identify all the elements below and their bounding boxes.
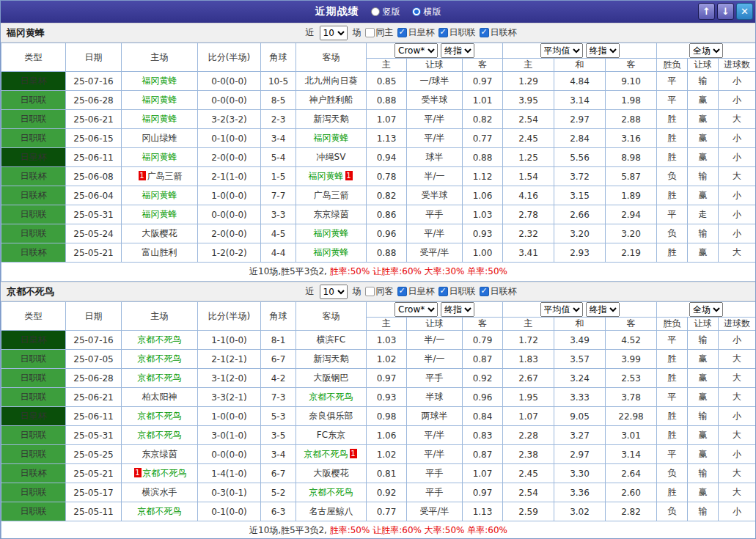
home-team-cell[interactable]: 福冈黄蜂 (122, 186, 198, 205)
cup-filter-checkbox[interactable]: 日联杯 (480, 285, 517, 298)
away-team-cell[interactable]: 神户胜利船 (296, 91, 367, 110)
cup-filter-checkbox[interactable]: 日职联 (438, 285, 476, 298)
home-team-cell[interactable]: 京都不死鸟 (122, 426, 198, 445)
away-team-cell[interactable]: 京都不死鸟1 (296, 445, 367, 464)
close-button[interactable]: ✕ (736, 3, 753, 20)
home-team: 福冈黄蜂 (142, 152, 177, 162)
away-team-cell[interactable]: 京都不死鸟 (296, 388, 367, 407)
checkbox-icon (397, 28, 407, 37)
away-team-cell[interactable]: FC东京 (296, 426, 367, 445)
away-team-cell[interactable]: 福冈黄蜂 (296, 129, 367, 148)
result-goals: 小 (719, 91, 756, 110)
away-team-cell[interactable]: 大阪钢巴 (296, 369, 367, 388)
column-header: 比分(半场) (198, 302, 261, 331)
result-goals: 小 (719, 205, 756, 224)
home-team-cell[interactable]: 富山胜利 (122, 243, 198, 263)
competition-type: 日职联 (1, 129, 66, 148)
home-team-cell[interactable]: 大阪樱花 (122, 224, 198, 243)
cup-filter-label: 日皇杯 (408, 285, 435, 298)
odds-time-select[interactable]: 终指 (441, 43, 474, 58)
summary-row: 近10场,胜5平3负2, 胜率:50% 让胜率:60% 大率:30% 单率:50… (1, 263, 756, 282)
avg-draw: 2.97 (554, 110, 606, 129)
odds-handicap: 受平/半 (407, 243, 463, 263)
away-team-cell[interactable]: 新泻天鹅 (296, 110, 367, 129)
home-team-cell[interactable]: 1京都不死鸟 (122, 464, 198, 483)
away-team-cell[interactable]: 广岛三箭 (296, 186, 367, 205)
games-count-select[interactable]: 10 (320, 26, 348, 40)
away-team-cell[interactable]: 福冈黄蜂 (296, 224, 367, 243)
result-goals: 小 (719, 445, 756, 464)
home-team-cell[interactable]: 横滨水手 (122, 483, 198, 502)
home-team-cell[interactable]: 福冈黄蜂 (122, 205, 198, 224)
average-select[interactable]: 平均值 (540, 302, 583, 317)
away-team-cell[interactable]: 大阪樱花 (296, 464, 367, 483)
home-team-cell[interactable]: 福冈黄蜂 (122, 91, 198, 110)
scope-header: 全场 (657, 302, 756, 318)
home-team-cell[interactable]: 京都不死鸟 (122, 331, 198, 350)
result-handicap: 赢 (688, 388, 719, 407)
away-team-cell[interactable]: 冲绳SV (296, 148, 367, 167)
avg-time-select[interactable]: 终指 (586, 302, 620, 317)
scope-select[interactable]: 全场 (689, 302, 723, 317)
home-team: 柏太阳神 (142, 392, 177, 402)
away-team-cell[interactable]: 名古屋鲸八 (296, 502, 367, 521)
avg-draw: 3.24 (554, 369, 606, 388)
bookmaker-select[interactable]: Crow* (394, 43, 438, 58)
away-team-cell[interactable]: 京都不死鸟 (296, 483, 367, 502)
home-team: 大阪樱花 (142, 228, 177, 238)
odds-handicap: 受平/半 (407, 502, 463, 521)
home-team-cell[interactable]: 冈山绿雉 (122, 129, 198, 148)
away-team: 大阪钢巴 (314, 373, 349, 383)
avg-time-select[interactable]: 终指 (586, 43, 620, 58)
avg-draw: 2.66 (554, 205, 606, 224)
home-team-cell[interactable]: 京都不死鸟 (122, 407, 198, 426)
away-team-cell[interactable]: 福冈黄蜂 (296, 243, 367, 263)
home-team-cell[interactable]: 福冈黄蜂 (122, 148, 198, 167)
home-team-cell[interactable]: 福冈黄蜂 (122, 110, 198, 129)
same-venue-checkbox[interactable]: 同客 (365, 285, 394, 298)
scroll-down-button[interactable]: ↓ (717, 3, 734, 20)
home-team-cell[interactable]: 柏太阳神 (122, 388, 198, 407)
away-team-cell[interactable]: 东京绿茵 (296, 205, 367, 224)
home-team-cell[interactable]: 京都不死鸟 (122, 502, 198, 521)
competition-type: 日职联 (1, 426, 66, 445)
away-team-cell[interactable]: 北九州向日葵 (296, 72, 367, 91)
red-card-badge: 1 (134, 468, 142, 477)
home-team-cell[interactable]: 京都不死鸟 (122, 369, 198, 388)
layout-horizontal-option[interactable]: 横版 (412, 6, 441, 18)
result-goals: 大 (719, 388, 756, 407)
away-team-cell[interactable]: 奈良俱乐部 (296, 407, 367, 426)
match-date: 25-06-11 (66, 407, 122, 426)
games-count-select[interactable]: 10 (320, 285, 348, 299)
home-team-cell[interactable]: 福冈黄蜂 (122, 72, 198, 91)
away-team-cell[interactable]: 横滨FC (296, 331, 367, 350)
home-team-cell[interactable]: 东京绿茵 (122, 445, 198, 464)
away-team-cell[interactable]: 福冈黄蜂1 (296, 167, 367, 186)
home-team-cell[interactable]: 京都不死鸟 (122, 350, 198, 369)
cup-filter-checkbox[interactable]: 日皇杯 (397, 26, 435, 39)
match-row: 日皇杯25-06-11福冈黄蜂2-0(0-0)5-4冲绳SV0.94球半0.88… (1, 148, 756, 167)
odds-home: 0.82 (367, 186, 407, 205)
scope-select[interactable]: 全场 (689, 43, 723, 58)
odds-home: 0.81 (367, 464, 407, 483)
avg-draw: 2.97 (554, 445, 606, 464)
odds-time-select[interactable]: 终指 (441, 302, 474, 317)
avg-home: 2.54 (503, 483, 554, 502)
same-venue-checkbox[interactable]: 同主 (365, 26, 394, 39)
away-team-cell[interactable]: 新泻天鹅 (296, 350, 367, 369)
odds-away: 0.77 (463, 129, 503, 148)
cup-filter-checkbox[interactable]: 日皇杯 (397, 285, 435, 298)
avg-home: 2.45 (503, 129, 554, 148)
result-outcome: 胜 (657, 129, 688, 148)
average-select[interactable]: 平均值 (540, 43, 583, 58)
score: 3-0(1-0) (198, 426, 261, 445)
layout-vertical-option[interactable]: 竖版 (371, 6, 400, 18)
result-outcome: 胜 (657, 148, 688, 167)
cup-filter-checkbox[interactable]: 日联杯 (480, 26, 517, 39)
scroll-up-button[interactable]: ↑ (698, 3, 715, 20)
avg-away: 22.98 (606, 407, 657, 426)
home-team-cell[interactable]: 1广岛三箭 (122, 167, 198, 186)
bookmaker-select[interactable]: Crow* (394, 302, 438, 317)
cup-filter-checkbox[interactable]: 日职联 (438, 26, 476, 39)
checkbox-icon (480, 287, 489, 296)
